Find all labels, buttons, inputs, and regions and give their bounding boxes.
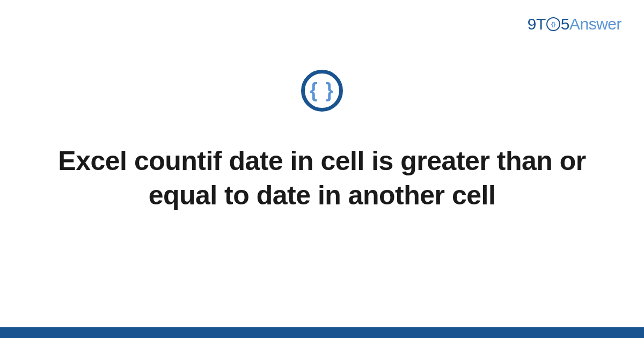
logo-part-answer: Answer (569, 15, 621, 33)
braces-icon: { } (310, 80, 334, 100)
center-badge-icon: { } (301, 70, 343, 112)
logo-part-t: T (536, 15, 546, 33)
site-logo: 9T5Answer (528, 15, 621, 33)
logo-part-5: 5 (561, 15, 569, 33)
logo-part-9: 9 (528, 15, 536, 33)
footer-accent-bar (0, 327, 644, 338)
page-title: Excel countif date in cell is greater th… (43, 144, 601, 212)
logo-o-braces-icon (546, 17, 560, 31)
